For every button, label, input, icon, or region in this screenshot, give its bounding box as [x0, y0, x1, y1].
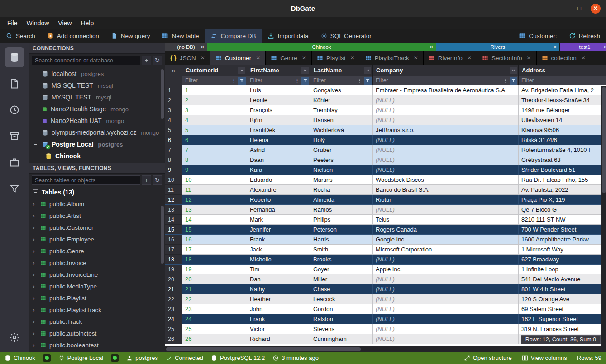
- cell-lastname[interactable]: Stevens: [310, 324, 373, 334]
- cell-lastname[interactable]: Philips: [310, 215, 373, 225]
- connection-item-ms-sql-test[interactable]: MS SQL TEST mssql: [29, 80, 165, 91]
- row-number[interactable]: 23: [165, 304, 182, 314]
- statusbar-connected[interactable]: Connected: [166, 355, 203, 361]
- connection-item-chinook[interactable]: Chinook: [29, 150, 165, 162]
- tab-group-test1[interactable]: test1 ✕: [560, 43, 606, 51]
- table-item-public-mediatype[interactable]: › public.MediaType: [29, 280, 165, 292]
- menu-window[interactable]: Window: [22, 18, 54, 28]
- row-number[interactable]: 18: [165, 255, 182, 265]
- row-number[interactable]: 25: [165, 324, 182, 334]
- collapse-icon[interactable]: −: [33, 189, 38, 195]
- cell-company[interactable]: (NULL): [373, 145, 519, 155]
- row-number[interactable]: 3: [165, 105, 182, 115]
- rail-settings-button[interactable]: [5, 327, 24, 347]
- cell-company[interactable]: (NULL): [373, 324, 519, 334]
- cell-address[interactable]: 1 Infinite Loop: [519, 265, 606, 274]
- cell-lastname[interactable]: Gonçalves: [310, 85, 373, 95]
- cell-address[interactable]: 8210 111 ST NW: [519, 215, 606, 225]
- filter-input-lastname[interactable]: Filter ⋮: [310, 76, 373, 85]
- table-row[interactable]: 1 1 Luís Gonçalves Embraer - Empresa Bra…: [165, 85, 606, 95]
- cell-lastname[interactable]: Gordon: [310, 304, 373, 314]
- close-icon[interactable]: ✕: [603, 44, 606, 50]
- cell-company[interactable]: Banco do Brasil S.A.: [373, 185, 519, 195]
- filter-input-firstname[interactable]: Filter ⋮: [247, 76, 310, 85]
- connection-item-olympus-medportal-vychozi-cz[interactable]: olympus-medportal.vychozi.cz mongo: [29, 127, 165, 138]
- cell-firstname[interactable]: François: [247, 105, 310, 115]
- filter-input-customerid[interactable]: Filter ⋮: [182, 76, 247, 85]
- cell-address[interactable]: Rua Dr. Falcão Filho, 155: [519, 175, 606, 185]
- row-number[interactable]: 15: [165, 225, 182, 235]
- cell-company[interactable]: Riotur: [373, 195, 519, 205]
- table-row[interactable]: 14 14 Mark Philips Telus 8210 111 ST NW: [165, 215, 606, 225]
- rail-connections-button[interactable]: [5, 47, 24, 67]
- table-row[interactable]: 23 23 John Gordon (NULL) 69 Salem Street: [165, 304, 606, 314]
- cell-lastname[interactable]: Peeters: [310, 155, 373, 165]
- cell-customerid[interactable]: 15: [182, 225, 247, 235]
- table-row[interactable]: 4 4 Bjřrn Hansen (NULL) Ullevĺlsveien 14: [165, 115, 606, 125]
- cell-firstname[interactable]: Tim: [247, 265, 310, 274]
- close-icon[interactable]: ✕: [200, 55, 205, 61]
- table-row[interactable]: 12 12 Roberto Almeida Riotur Praça Pio X…: [165, 195, 606, 205]
- close-button[interactable]: ✕: [591, 4, 601, 14]
- tab-json[interactable]: { } JSON ✕: [165, 51, 210, 65]
- cell-lastname[interactable]: Ramos: [310, 205, 373, 215]
- table-row[interactable]: 25 25 Victor Stevens (NULL) 319 N. Franc…: [165, 324, 606, 334]
- table-row[interactable]: 3 3 François Tremblay (NULL) 1498 rue Bé…: [165, 105, 606, 115]
- chevron-right-icon[interactable]: ›: [33, 283, 37, 290]
- add-connection-small-button[interactable]: +: [142, 56, 151, 65]
- cell-customerid[interactable]: 25: [182, 324, 247, 334]
- cell-address[interactable]: Ullevĺlsveien 14: [519, 115, 606, 125]
- cell-company[interactable]: (NULL): [373, 334, 519, 344]
- connection-item-postgre-local[interactable]: −✓ Postgre Local postgres: [29, 138, 165, 150]
- cell-lastname[interactable]: Rocha: [310, 185, 373, 195]
- tab-genre[interactable]: Genre ✕: [266, 51, 312, 65]
- row-number[interactable]: 7: [165, 145, 182, 155]
- table-item-public-genre[interactable]: › public.Genre: [29, 245, 165, 257]
- menu-file[interactable]: File: [3, 18, 22, 28]
- hscroll-thumb[interactable]: [166, 347, 361, 351]
- cell-customerid[interactable]: 6: [182, 135, 247, 145]
- table-row[interactable]: 21 21 Kathy Chase (NULL) 801 W 4th Stree…: [165, 284, 606, 294]
- tables-group-row[interactable]: − Tables (13): [29, 187, 165, 198]
- maximize-button[interactable]: □: [574, 4, 584, 14]
- connection-search-input[interactable]: [32, 56, 140, 65]
- table-row[interactable]: 2 2 Leonie Köhler (NULL) Theodor-Heuss-S…: [165, 95, 606, 105]
- tab-group--no-db-[interactable]: (no DB) ✕: [165, 43, 207, 51]
- row-number[interactable]: 20: [165, 274, 182, 284]
- close-icon[interactable]: ✕: [467, 55, 472, 61]
- cell-lastname[interactable]: Cunningham: [310, 334, 373, 344]
- rail-cell-data-button[interactable]: [5, 179, 24, 199]
- statusbar-view-columns[interactable]: View columns: [522, 355, 567, 361]
- table-row[interactable]: 11 11 Alexandre Rocha Banco do Brasil S.…: [165, 185, 606, 195]
- connection-item-mysql-test[interactable]: MYSQL TEST mysql: [29, 91, 165, 103]
- column-menu-button[interactable]: [510, 67, 517, 74]
- table-row[interactable]: 7 7 Astrid Gruber (NULL) Rotenturmstraße…: [165, 145, 606, 155]
- table-item-public-playlisttrack[interactable]: › public.PlaylistTrack: [29, 304, 165, 316]
- chevron-right-icon[interactable]: ›: [33, 212, 37, 219]
- add-table-small-button[interactable]: +: [142, 175, 151, 185]
- cell-customerid[interactable]: 18: [182, 255, 247, 265]
- cell-lastname[interactable]: Wichterlová: [310, 125, 373, 135]
- cell-customerid[interactable]: 7: [182, 145, 247, 155]
- close-icon[interactable]: ✕: [429, 44, 434, 50]
- column-header-lastname[interactable]: LastName: [310, 65, 373, 76]
- column-header-company[interactable]: Company: [373, 65, 519, 76]
- cell-address[interactable]: Rotenturmstraße 4, 1010 I: [519, 145, 606, 155]
- row-number[interactable]: 13: [165, 205, 182, 215]
- filter-menu-icon[interactable]: ⋮: [355, 77, 364, 84]
- statusbar-postgres[interactable]: postgres: [126, 355, 158, 361]
- chevron-right-icon[interactable]: ›: [33, 247, 37, 255]
- cell-customerid[interactable]: 16: [182, 235, 247, 245]
- row-number[interactable]: 10: [165, 175, 182, 185]
- new-table-button[interactable]: New table: [156, 29, 205, 43]
- column-header-customerid[interactable]: CustomerId: [182, 65, 247, 76]
- menu-help[interactable]: Help: [76, 18, 98, 28]
- row-number[interactable]: 24: [165, 314, 182, 324]
- cell-firstname[interactable]: Dan: [247, 274, 310, 284]
- cell-lastname[interactable]: Nielsen: [310, 165, 373, 175]
- cell-firstname[interactable]: Victor: [247, 324, 310, 334]
- cell-firstname[interactable]: Luís: [247, 85, 310, 95]
- table-item-public-autoinctest[interactable]: › public.autoinctest: [29, 327, 165, 339]
- filter-menu-icon[interactable]: ⋮: [501, 77, 510, 84]
- chevron-right-icon[interactable]: ›: [33, 200, 37, 208]
